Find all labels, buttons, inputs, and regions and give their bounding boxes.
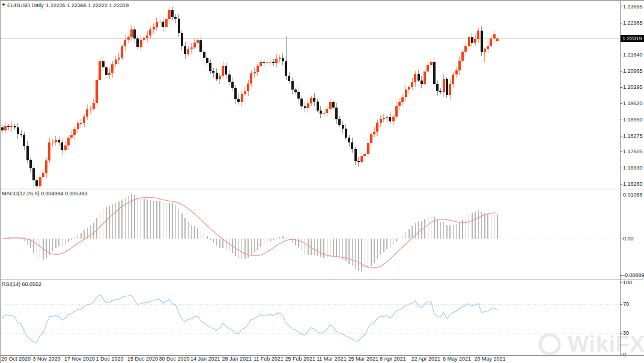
window-top-border <box>0 0 644 1</box>
macd-panel-canvas[interactable] <box>0 189 620 279</box>
axis-label: 1.17605 <box>623 148 643 154</box>
time-axis-label: 22 Apr 2021 <box>412 356 441 362</box>
chart-title: EURUSD,Daily1.22235 1.22366 1.22222 1.22… <box>7 2 129 8</box>
axis-label: 1.18950 <box>623 117 643 123</box>
axis-tick <box>621 333 622 334</box>
time-axis-label: 17 Nov 2020 <box>64 356 95 362</box>
axis-label: 1.18275 <box>623 133 643 139</box>
time-axis-label: 15 Dec 2020 <box>127 356 158 362</box>
axis-tick <box>621 136 622 136</box>
axis-tick <box>621 304 622 305</box>
panel-separator-rsi[interactable] <box>0 279 644 280</box>
price-scale[interactable]: 1.22319 1.236551.229851.216401.209651.20… <box>620 1 644 355</box>
time-axis-label: 8 Apr 2021 <box>380 356 406 362</box>
time-scale[interactable]: 20 Oct 20203 Nov 202017 Nov 20201 Dec 20… <box>0 356 644 363</box>
panel-separator-macd[interactable] <box>0 189 644 189</box>
time-axis-label: 3 Nov 2020 <box>33 356 61 362</box>
axis-tick <box>621 168 622 168</box>
window-left-border <box>0 0 1 363</box>
time-axis-label: 25 Mar 2021 <box>348 356 379 362</box>
axis-tick <box>621 7 622 7</box>
axis-label: 70 <box>623 301 629 307</box>
time-axis-label: 11 Mar 2021 <box>317 356 347 362</box>
axis-label: 1.22985 <box>623 20 643 26</box>
axis-label: 1.19620 <box>623 100 643 106</box>
chart-title-symbol: EURUSD,Daily <box>7 2 44 8</box>
axis-tick <box>621 282 622 283</box>
symbol-dropdown-icon[interactable] <box>2 4 5 6</box>
time-axis-label: 14 Jan 2021 <box>190 356 220 362</box>
trading-chart-window: EURUSD,Daily1.22235 1.22366 1.22222 1.22… <box>0 0 644 363</box>
macd-indicator-label: MACD(12,26,9) 0.004994 0.005383 <box>2 191 88 197</box>
axis-tick <box>621 55 622 55</box>
rsi-panel-canvas[interactable] <box>0 280 620 355</box>
time-axis-label: 11 Feb 2021 <box>254 356 284 362</box>
axis-tick <box>621 151 622 152</box>
rsi-indicator-label: RSI(14) 60.0552 <box>2 281 41 287</box>
axis-label: 1.16930 <box>623 165 643 171</box>
axis-label: 1.23655 <box>623 4 643 10</box>
chart-title-ohlc: 1.22235 1.22366 1.22222 1.22319 <box>46 2 129 8</box>
current-price-tag: 1.22319 <box>621 35 644 42</box>
axis-label: -0.008894 <box>623 272 644 278</box>
axis-tick <box>621 239 622 239</box>
axis-label: 100 <box>623 279 632 285</box>
axis-label: 30 <box>623 330 629 336</box>
time-axis-label: 1 Dec 2020 <box>96 356 124 362</box>
axis-label: 0.00 <box>623 236 634 242</box>
axis-label: 1.16260 <box>623 181 643 187</box>
axis-label: 1.21640 <box>623 52 643 58</box>
axis-label: 0.01058 <box>623 192 643 198</box>
time-axis-label: 30 Dec 2020 <box>159 356 190 362</box>
time-axis-label: 6 May 2021 <box>443 356 471 362</box>
axis-tick <box>621 71 622 72</box>
axis-label: 1.20295 <box>623 84 643 90</box>
axis-tick <box>621 275 622 276</box>
axis-tick <box>621 23 622 23</box>
axis-tick <box>621 195 622 195</box>
time-axis-label: 25 Feb 2021 <box>285 356 316 362</box>
axis-tick <box>621 120 622 120</box>
axis-label: 1.20965 <box>623 68 643 74</box>
candlestick-chart-canvas[interactable] <box>0 1 620 189</box>
time-axis-label: 20 May 2021 <box>475 356 506 362</box>
time-axis-label: 20 Oct 2020 <box>1 356 31 362</box>
time-axis-label: 28 Jan 2021 <box>222 356 252 362</box>
axis-tick <box>621 184 622 185</box>
axis-tick <box>621 87 622 88</box>
axis-tick <box>621 103 622 104</box>
